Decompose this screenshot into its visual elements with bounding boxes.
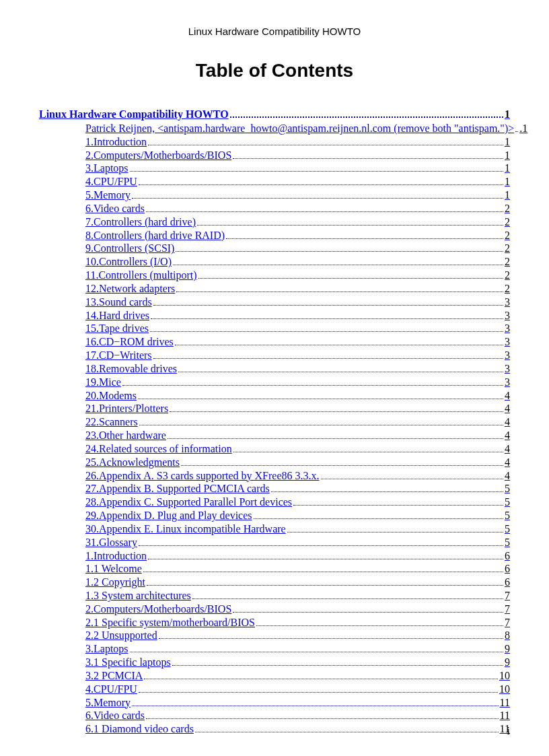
toc-entry[interactable]: 3.Laptops1: [85, 162, 510, 175]
toc-entry-page[interactable]: 6: [505, 576, 510, 589]
toc-entry-page[interactable]: 3: [505, 349, 510, 362]
toc-entry[interactable]: 5.Memory11: [85, 696, 510, 710]
toc-entry-page[interactable]: 1: [505, 135, 510, 149]
toc-entry[interactable]: Patrick Reijnen, <antispam.hardware_howt…: [85, 122, 510, 135]
toc-entry[interactable]: 6.Video cards11: [85, 709, 510, 722]
toc-entry-label[interactable]: 29.Appendix D. Plug and Play devices: [85, 509, 252, 522]
toc-entry[interactable]: 1.2 Copyright6: [85, 576, 510, 589]
toc-entry-page[interactable]: 3: [505, 376, 510, 389]
toc-entry-page[interactable]: 1: [505, 162, 510, 175]
toc-entry-label[interactable]: 16.CD−ROM drives: [85, 335, 174, 349]
toc-entry-label[interactable]: 13.Sound cards: [85, 296, 152, 309]
toc-entry-label[interactable]: 21.Printers/Plotters: [85, 402, 168, 415]
toc-entry-page[interactable]: 1: [505, 175, 510, 188]
toc-entry-label[interactable]: 26.Appendix A. S3 cards supported by XFr…: [85, 469, 320, 483]
toc-entry[interactable]: 8.Controllers (hard drive RAID)2: [85, 229, 510, 242]
toc-entry[interactable]: 2.1 Specific system/motherboard/BIOS7: [85, 616, 510, 629]
toc-entry-page[interactable]: 9: [505, 642, 510, 656]
toc-entry-label[interactable]: 2.2 Unsupported: [85, 629, 157, 642]
toc-entry-page[interactable]: 11: [500, 709, 510, 722]
toc-entry[interactable]: 16.CD−ROM drives3: [85, 335, 510, 349]
toc-entry-page[interactable]: 7: [505, 589, 510, 603]
toc-entry-page[interactable]: 3: [505, 322, 510, 335]
toc-entry-label[interactable]: 1.Introduction: [85, 549, 147, 563]
toc-entry[interactable]: 3.1 Specific laptops9: [85, 656, 510, 669]
toc-entry[interactable]: 6.1 Diamond video cards11: [85, 722, 510, 736]
toc-entry[interactable]: 20.Modems4: [85, 389, 510, 403]
toc-entry[interactable]: 31.Glossary5: [85, 536, 510, 549]
toc-entry-label[interactable]: 15.Tape drives: [85, 322, 149, 335]
toc-entry[interactable]: 21.Printers/Plotters4: [85, 402, 510, 415]
toc-entry-page[interactable]: 5: [505, 536, 510, 549]
toc-entry-label[interactable]: 4.CPU/FPU: [85, 175, 137, 188]
toc-entry-label[interactable]: 7.Controllers (hard drive): [85, 215, 196, 229]
toc-entry-label[interactable]: 3.Laptops: [85, 642, 129, 656]
toc-entry[interactable]: 26.Appendix A. S3 cards supported by XFr…: [85, 469, 510, 483]
toc-entry-page[interactable]: 2: [505, 242, 510, 255]
toc-entry-page[interactable]: 4: [505, 469, 510, 483]
toc-entry-page[interactable]: 1: [505, 149, 510, 162]
toc-entry-label[interactable]: 10.Controllers (I/O): [85, 255, 172, 269]
toc-entry-label[interactable]: 20.Modems: [85, 389, 137, 403]
toc-entry-page[interactable]: 3: [505, 309, 510, 322]
toc-entry-page[interactable]: 7: [505, 616, 510, 629]
toc-main-page[interactable]: 1: [505, 108, 510, 121]
toc-entry-label[interactable]: 24.Related sources of information: [85, 442, 232, 456]
toc-entry-page[interactable]: 5: [505, 522, 510, 536]
toc-entry[interactable]: 12.Network adapters2: [85, 282, 510, 296]
toc-entry-label[interactable]: 17.CD−Writers: [85, 349, 152, 362]
toc-entry[interactable]: 4.CPU/FPU1: [85, 175, 510, 188]
toc-entry-label[interactable]: 14.Hard drives: [85, 309, 149, 322]
toc-entry-label[interactable]: 22.Scanners: [85, 415, 138, 429]
toc-entry[interactable]: 27.Appendix B. Supported PCMCIA cards5: [85, 482, 510, 495]
toc-entry[interactable]: 17.CD−Writers3: [85, 349, 510, 362]
toc-entry-page[interactable]: 5: [505, 482, 510, 495]
toc-entry[interactable]: 30.Appendix E. Linux incompatible Hardwa…: [85, 522, 510, 536]
toc-entry-page[interactable]: 4: [505, 389, 510, 403]
toc-entry[interactable]: 2.2 Unsupported8: [85, 629, 510, 642]
toc-entry-label[interactable]: 30.Appendix E. Linux incompatible Hardwa…: [85, 522, 286, 536]
toc-entry-page[interactable]: 4: [505, 402, 510, 415]
toc-entry-page[interactable]: 9: [505, 656, 510, 669]
toc-entry[interactable]: 24.Related sources of information4: [85, 442, 510, 456]
toc-entry-label[interactable]: 6.Video cards: [85, 202, 145, 215]
toc-entry-label[interactable]: Patrick Reijnen, <antispam.hardware_howt…: [85, 122, 514, 135]
toc-entry-label[interactable]: 23.Other hardware: [85, 429, 166, 442]
toc-entry-label[interactable]: 3.2 PCMCIA: [85, 669, 143, 683]
toc-entry[interactable]: 3.Laptops9: [85, 642, 510, 656]
toc-entry-label[interactable]: 3.1 Specific laptops: [85, 656, 171, 669]
toc-entry-page[interactable]: 5: [505, 495, 510, 509]
toc-entry[interactable]: 2.Computers/Motherboards/BIOS7: [85, 603, 510, 616]
toc-entry[interactable]: 11.Controllers (multiport)2: [85, 269, 510, 282]
toc-entry-label[interactable]: 31.Glossary: [85, 536, 137, 549]
toc-entry[interactable]: 25.Acknowledgments4: [85, 456, 510, 469]
toc-entry[interactable]: 1.Introduction6: [85, 549, 510, 563]
toc-entry-label[interactable]: 9.Controllers (SCSI): [85, 242, 174, 255]
toc-entry[interactable]: 19.Mice3: [85, 376, 510, 389]
toc-entry[interactable]: 15.Tape drives3: [85, 322, 510, 335]
toc-entry-label[interactable]: 3.Laptops: [85, 162, 129, 175]
toc-entry-page[interactable]: 2: [505, 229, 510, 242]
toc-entry[interactable]: 5.Memory1: [85, 188, 510, 202]
toc-entry-page[interactable]: 6: [505, 549, 510, 563]
toc-entry[interactable]: 4.CPU/FPU10: [85, 683, 510, 696]
toc-entry-page[interactable]: 8: [505, 629, 510, 642]
toc-entry-page[interactable]: 4: [505, 456, 510, 469]
toc-entry[interactable]: 9.Controllers (SCSI)2: [85, 242, 510, 255]
toc-entry-page[interactable]: 4: [505, 442, 510, 456]
toc-entry-page[interactable]: 4: [505, 415, 510, 429]
toc-entry[interactable]: 18.Removable drives3: [85, 362, 510, 376]
toc-entry-page[interactable]: 3: [505, 296, 510, 309]
toc-entry-label[interactable]: 1.3 System architectures: [85, 589, 191, 603]
toc-main-entry[interactable]: Linux Hardware Compatibility HOWTO 1: [39, 108, 510, 121]
toc-entry-label[interactable]: 5.Memory: [85, 696, 131, 710]
toc-entry[interactable]: 22.Scanners4: [85, 415, 510, 429]
toc-entry[interactable]: 29.Appendix D. Plug and Play devices5: [85, 509, 510, 522]
toc-entry[interactable]: 1.1 Welcome6: [85, 562, 510, 576]
toc-entry[interactable]: 7.Controllers (hard drive)2: [85, 215, 510, 229]
toc-entry-label[interactable]: 1.Introduction: [85, 135, 147, 149]
toc-entry[interactable]: 23.Other hardware4: [85, 429, 510, 442]
toc-entry-label[interactable]: 6.Video cards: [85, 709, 145, 722]
toc-entry-page[interactable]: 10: [499, 669, 510, 683]
toc-entry-page[interactable]: 10: [499, 683, 510, 696]
